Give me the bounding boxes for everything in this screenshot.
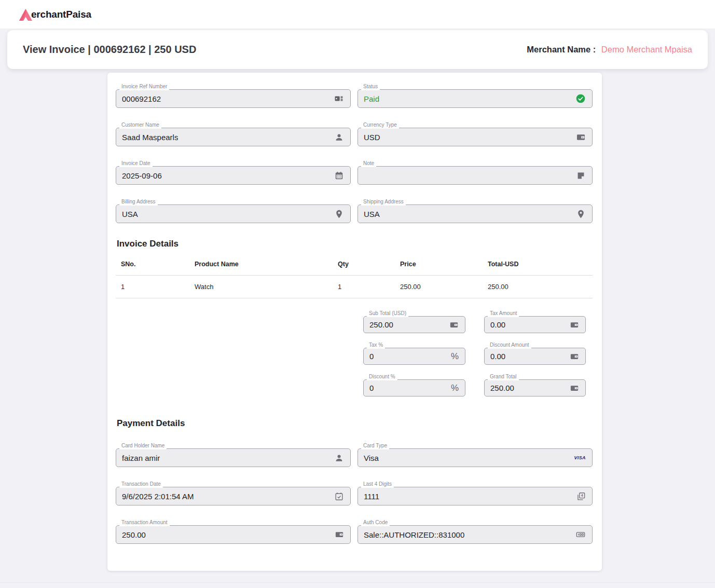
- mountain-logo-icon: [19, 8, 33, 21]
- invoice-details-title: Invoice Details: [117, 239, 593, 249]
- field-value: USA: [364, 210, 380, 218]
- transaction-date-field[interactable]: Transaction Date 9/6/2025 2:01:54 AM: [116, 487, 351, 505]
- field-label: Auth Code: [361, 519, 390, 526]
- location-pin-icon: [576, 209, 586, 219]
- invoice-detail-card: Invoice Ref Number 000692162 Status Paid: [107, 73, 602, 571]
- col-sno: SNo.: [116, 254, 195, 276]
- card-type-field[interactable]: Card Type Visa VISA: [358, 448, 593, 467]
- field-label: Discount Amount: [488, 342, 531, 349]
- pin-code-icon: [575, 529, 586, 540]
- field-value: Saad Maspearls: [122, 133, 178, 142]
- wallet-icon: [570, 320, 579, 330]
- svg-text:4: 4: [581, 494, 583, 498]
- field-value: 0.00: [490, 320, 505, 329]
- field-value: 1111: [364, 492, 379, 501]
- field-label: Discount %: [367, 374, 397, 380]
- tax-percent-field[interactable]: Tax % 0 %: [363, 348, 465, 365]
- field-label: Tax %: [367, 342, 385, 349]
- field-value: 0.00: [490, 352, 505, 361]
- field-label: Transaction Amount: [119, 519, 170, 526]
- field-label: Shipping Address: [361, 199, 406, 206]
- person-icon: [334, 453, 344, 463]
- tax-amount-field[interactable]: Tax Amount 0.00: [484, 316, 586, 333]
- invoice-ref-number-field[interactable]: Invoice Ref Number 000692162: [116, 89, 351, 108]
- field-label: Last 4 Digits: [361, 481, 394, 488]
- wallet-icon: [449, 320, 459, 330]
- field-value: 9/6/2025 2:01:54 AM: [122, 492, 194, 501]
- cell-qty: 1: [338, 276, 400, 298]
- currency-type-field[interactable]: Currency Type USD: [358, 128, 593, 146]
- discount-amount-field[interactable]: Discount Amount 0.00: [484, 348, 586, 365]
- grand-total-field[interactable]: Grand Total 250.00: [484, 379, 586, 396]
- last-4-digits-field[interactable]: Last 4 Digits 1111 4: [358, 487, 593, 505]
- field-value: 250.00: [490, 384, 514, 392]
- discount-percent-field[interactable]: Discount % 0 %: [363, 379, 465, 396]
- percent-icon: %: [451, 383, 459, 393]
- field-label: Grand Total: [488, 374, 519, 380]
- field-label: Card Holder Name: [119, 443, 167, 449]
- card-holder-name-field[interactable]: Card Holder Name faizan amir: [116, 448, 351, 467]
- field-value: 0: [369, 384, 374, 392]
- numbers-icon: [334, 93, 344, 104]
- cell-sno: 1: [116, 276, 195, 298]
- visa-logo: VISA: [574, 455, 586, 460]
- transaction-amount-field[interactable]: Transaction Amount 250.00: [116, 525, 351, 544]
- invoice-fields-grid: Invoice Ref Number 000692162 Status Paid: [116, 82, 593, 223]
- field-value: USA: [122, 210, 138, 218]
- invoice-items-table: SNo. Product Name Qty Price Total-USD 1 …: [116, 254, 593, 298]
- field-label: Currency Type: [361, 122, 399, 129]
- field-label: Card Type: [361, 443, 389, 449]
- payment-details-title: Payment Details: [117, 418, 593, 429]
- merchantpaisa-logo[interactable]: erchantPaisa: [19, 8, 91, 21]
- sub-total-field[interactable]: Sub Total (USD) 250.00: [363, 316, 465, 333]
- col-total-usd: Total-USD: [488, 254, 593, 276]
- page-title: View Invoice | 000692162 | 250 USD: [23, 44, 196, 56]
- field-label: Customer Name: [119, 122, 161, 129]
- note-icon: [576, 171, 586, 181]
- status-field[interactable]: Status Paid: [358, 89, 593, 108]
- merchant-info: Merchant Name : Demo Merchant Mpaisa: [527, 45, 692, 54]
- auth-code-field[interactable]: Auth Code Sale::AUTHORIZED::831000: [358, 525, 593, 544]
- field-label: Sub Total (USD): [367, 310, 408, 317]
- field-value: 000692162: [122, 94, 161, 103]
- calendar-icon: [334, 171, 344, 181]
- field-label: Invoice Ref Number: [119, 84, 169, 90]
- merchant-name-value: Demo Merchant Mpaisa: [601, 45, 692, 54]
- payment-fields-grid: Card Holder Name faizan amir Card Type V…: [116, 441, 593, 544]
- note-field[interactable]: Note: [358, 166, 593, 185]
- field-label: Note: [361, 160, 376, 167]
- field-label: Status: [361, 84, 380, 90]
- calendar-check-icon: [334, 491, 344, 501]
- wallet-icon: [335, 530, 344, 539]
- footer-divider: [0, 582, 715, 583]
- percent-icon: %: [451, 351, 459, 362]
- totals-grid: Sub Total (USD) 250.00 Tax Amount 0.00 T…: [116, 309, 586, 396]
- top-bar: erchantPaisa: [0, 0, 715, 29]
- cell-total-usd: 250.00: [488, 276, 593, 298]
- shipping-address-field[interactable]: Shipping Address USA: [358, 204, 593, 223]
- field-label: Invoice Date: [119, 160, 153, 167]
- filter-4-icon: 4: [576, 491, 586, 501]
- table-header-row: SNo. Product Name Qty Price Total-USD: [116, 254, 593, 276]
- field-value: USD: [364, 133, 380, 142]
- wallet-icon: [570, 384, 579, 393]
- location-pin-icon: [334, 209, 344, 219]
- field-value: 250.00: [122, 530, 146, 539]
- page: erchantPaisa View Invoice | 000692162 | …: [0, 0, 715, 588]
- cell-product-name: Watch: [195, 276, 338, 298]
- field-value: 2025-09-06: [122, 171, 162, 180]
- check-circle-icon: [575, 93, 586, 104]
- logo-text: erchantPaisa: [31, 9, 91, 20]
- billing-address-field[interactable]: Billing Address USA: [116, 204, 351, 223]
- field-value: faizan amir: [122, 454, 160, 462]
- customer-name-field[interactable]: Customer Name Saad Maspearls: [116, 128, 351, 146]
- wallet-icon: [570, 352, 579, 361]
- field-label: Billing Address: [119, 199, 158, 206]
- col-qty: Qty: [338, 254, 400, 276]
- invoice-date-field[interactable]: Invoice Date 2025-09-06: [116, 166, 351, 185]
- wallet-icon: [576, 132, 586, 142]
- cell-price: 250.00: [400, 276, 488, 298]
- field-value: 0: [369, 352, 374, 361]
- merchant-name-label: Merchant Name :: [527, 45, 596, 54]
- field-label: Tax Amount: [488, 310, 519, 317]
